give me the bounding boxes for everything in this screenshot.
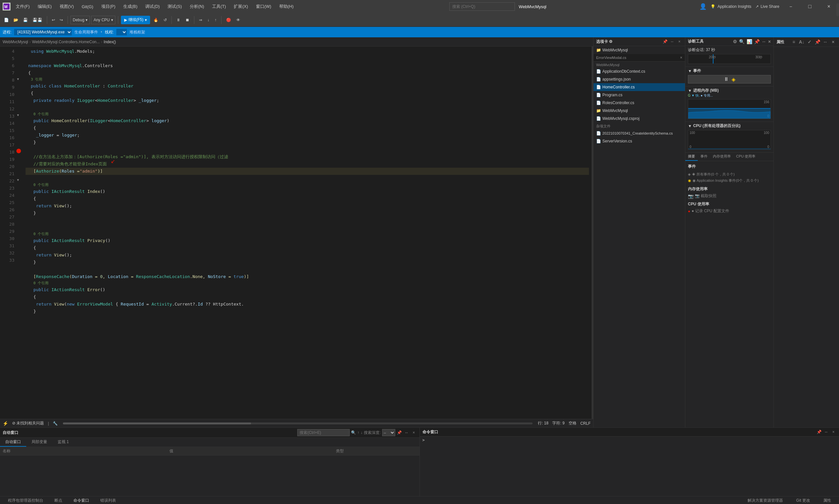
redo-btn[interactable]: ↪ — [58, 15, 65, 24]
file-item-csproj[interactable]: 📄 WebMvcMysql.csproj — [594, 114, 685, 123]
menu-file[interactable]: 文件(F) — [13, 2, 32, 11]
file-item-webmvcmysql[interactable]: 📁 WebMvcMysql — [594, 107, 685, 114]
live-share-btn[interactable]: ↗ Live Share — [755, 4, 779, 9]
close-open-file-btn[interactable]: × — [680, 55, 682, 60]
save-all-btn[interactable]: 💾💾 — [31, 15, 44, 24]
prop-categorized-btn[interactable]: ≡ — [790, 39, 797, 45]
breadcrumb-item-2[interactable]: WebMvcMysql.Controllers.HomeCon... — [32, 40, 100, 44]
diag-scrollbar[interactable] — [836, 37, 839, 427]
menu-build[interactable]: 生成(B) — [121, 2, 140, 11]
auto-move-btn[interactable]: ↔ — [404, 430, 410, 435]
diag-record-cpu-btn[interactable]: ● ● 记录 CPU 配置文件 — [688, 208, 771, 214]
stop-btn[interactable]: ⏹ — [183, 15, 191, 24]
prop-close-btn[interactable]: × — [830, 39, 836, 45]
restart-btn[interactable]: ↺ — [161, 15, 169, 24]
minimize-button[interactable]: － — [783, 0, 798, 13]
menu-extensions[interactable]: 扩展(X) — [231, 2, 250, 11]
step-out-btn[interactable]: ↑ — [213, 15, 219, 24]
menu-window[interactable]: 窗口(W) — [254, 2, 274, 11]
file-item-appsettings[interactable]: 📄 appsettings.json — [594, 75, 685, 83]
diag-pause-btn[interactable]: ⏸ — [724, 76, 729, 82]
depth-selector[interactable]: -- — [382, 429, 395, 436]
file-tree-root[interactable]: 📁 WebMvcMysql — [594, 46, 685, 54]
pause-btn[interactable]: ⏸ — [174, 15, 182, 24]
watch-btn[interactable]: 👁 — [234, 15, 242, 24]
file-item-identityschema[interactable]: 📄 20221010070341_CreateIdentitySchema.cs — [594, 129, 685, 137]
diag-snapshot-btn[interactable]: 📷 📷 截取快照 — [688, 193, 771, 199]
diag-timeline[interactable]: 20秒 30秒 — [688, 54, 771, 64]
auto-tab-watch[interactable]: 监视 1 — [52, 438, 74, 447]
breakpoint-18[interactable] — [16, 149, 21, 153]
menu-analyze[interactable]: 分析(N) — [187, 2, 207, 11]
bottom-tab-errors[interactable]: 错误列表 — [95, 497, 121, 504]
menu-help[interactable]: 帮助(H) — [277, 2, 296, 11]
auto-tab-locals[interactable]: 局部变量 — [26, 438, 52, 447]
up-arrow-btn[interactable]: ↑ — [357, 430, 359, 435]
diag-move-btn[interactable]: ↔ — [762, 39, 766, 44]
breadcrumb-item-1[interactable]: WebMvcMysql — [3, 40, 28, 44]
menu-edit[interactable]: 编辑(E) — [35, 2, 54, 11]
application-insights-btn[interactable]: 💡 Application Insights — [711, 4, 751, 9]
auto-pin-btn[interactable]: 📌 — [397, 430, 402, 435]
diag-pin-btn[interactable]: 📌 — [754, 39, 760, 44]
diag-tab-summary[interactable]: 摘要 — [685, 152, 698, 161]
file-item-homecontroller[interactable]: 📄 HomeController.cs — [594, 83, 685, 91]
prop-pin-btn[interactable]: 📌 — [814, 39, 821, 45]
move-icon[interactable]: ↔ — [669, 39, 675, 44]
diag-settings-btn[interactable]: ⚙ — [733, 39, 737, 44]
cmd-pin-btn[interactable]: 📌 — [816, 429, 822, 435]
thread-selector[interactable] — [116, 29, 127, 35]
auto-close-btn[interactable]: × — [411, 430, 417, 435]
bottom-tab-props[interactable]: 属性 — [818, 497, 836, 504]
bottom-tab-cmd[interactable]: 命令窗口 — [68, 497, 94, 504]
breadcrumb-item-3[interactable]: Index() — [104, 40, 116, 44]
command-window-content[interactable]: > — [420, 436, 839, 496]
down-arrow-btn[interactable]: ↓ — [361, 430, 363, 435]
process-selector[interactable]: [41932] WebMvcMysql.exe — [14, 29, 72, 35]
bottom-tab-solution[interactable]: 解决方案资源管理器 — [742, 497, 788, 504]
auto-tab-auto[interactable]: 自动窗口 — [0, 438, 26, 447]
pin-icon[interactable]: 📌 — [662, 39, 668, 44]
close-button[interactable]: × — [821, 0, 836, 13]
scroll-bar-h[interactable] — [63, 422, 532, 425]
cmd-close-btn[interactable]: × — [831, 429, 836, 435]
prop-move-btn[interactable]: ↔ — [822, 39, 828, 45]
prop-icon3[interactable]: ✓ — [806, 39, 813, 45]
stack-label[interactable]: 堆栈框架 — [129, 30, 145, 35]
diag-events-toggle[interactable]: ▼ 事件 — [688, 68, 771, 74]
menu-git[interactable]: Git(G) — [79, 3, 96, 11]
menu-tools[interactable]: 工具(T) — [209, 2, 229, 11]
open-file-btn[interactable]: 📂 — [12, 15, 20, 24]
close-panel-icon[interactable]: × — [677, 39, 682, 44]
search-input[interactable] — [449, 2, 515, 11]
open-file-name[interactable]: ErrorViewModal.cs — [596, 56, 680, 59]
menu-project[interactable]: 项目(P) — [99, 2, 118, 11]
step-into-btn[interactable]: ↓ — [206, 15, 211, 24]
diag-cpu-toggle[interactable]: ▼ CPU (所有处理器的百分比) — [688, 123, 771, 129]
cmd-move-btn[interactable]: ↔ — [823, 429, 829, 435]
file-item-rolescontroller[interactable]: 📄 RolesController.cs — [594, 99, 685, 107]
diag-memory-toggle[interactable]: ▼ 进程内存 (MB) — [688, 88, 771, 93]
file-item-program[interactable]: 📄 Program.cs — [594, 91, 685, 99]
diag-close-btn[interactable]: × — [768, 39, 771, 44]
bottom-tab-packages[interactable]: 程序包管理器控制台 — [3, 497, 49, 504]
diag-tab-memory[interactable]: 内存使用率 — [710, 152, 733, 161]
continue-btn[interactable]: ▶ 继续(F5) ▾ — [121, 16, 150, 24]
diag-tab-events[interactable]: 事件 — [698, 152, 710, 161]
step-over-btn[interactable]: ⇒ — [197, 15, 204, 24]
auto-search-input[interactable] — [297, 429, 350, 436]
diag-search-btn[interactable]: 🔍 — [739, 39, 745, 44]
code-editor[interactable]: using WebMvcMysql.Models; namespace WebM… — [23, 47, 592, 419]
file-item-serverversion[interactable]: 📄 ServerVersion.cs — [594, 137, 685, 145]
new-file-btn[interactable]: 📄 — [2, 15, 11, 24]
diag-chart-btn[interactable]: 📊 — [747, 39, 752, 44]
save-btn[interactable]: 💾 — [21, 15, 30, 24]
bottom-tab-git[interactable]: Git 更改 — [791, 497, 816, 504]
undo-btn[interactable]: ↩ — [50, 15, 57, 24]
bottom-tab-breakpoints[interactable]: 断点 — [49, 497, 68, 504]
cpu-target-dropdown[interactable]: Any CPU ▾ — [91, 16, 115, 24]
restore-button[interactable]: □ — [802, 0, 817, 13]
prop-alphabetical-btn[interactable]: A↓ — [798, 39, 805, 45]
menu-test[interactable]: 测试(S) — [165, 2, 184, 11]
file-item-appdbcontext[interactable]: 📄 ApplicationDbContext.cs — [594, 68, 685, 75]
